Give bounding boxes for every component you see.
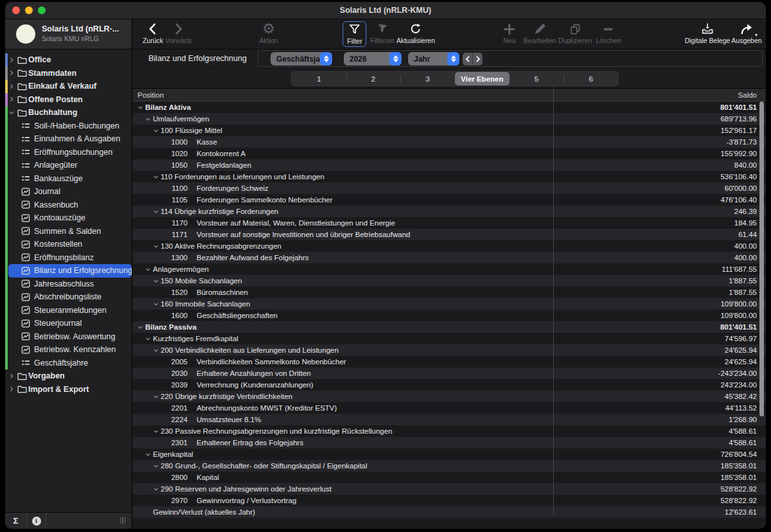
sidebar-item-einkauf-verkauf[interactable]: Einkauf & Verkauf: [5, 80, 132, 93]
table-row[interactable]: 2800Kapital185'358.01: [132, 472, 766, 483]
sidebar-item-import-export[interactable]: Import & Export: [5, 383, 132, 396]
table-row[interactable]: 1300Bezahlter Aufwand des Folgejahrs400.…: [132, 252, 766, 263]
toolbar-bearbeiten-button[interactable]: Bearbeiten: [524, 22, 556, 44]
sidebar-item-kassenbuch[interactable]: Kassenbuch: [5, 199, 132, 212]
row-collapse-icon[interactable]: [137, 324, 144, 330]
table-row[interactable]: 220 Übrige kurzfristige Verbindlichkeite…: [132, 391, 766, 402]
table-row[interactable]: 280 Grund-, Gesellschafter- oder Stiftun…: [132, 460, 766, 472]
toolbar-aktion-button[interactable]: ⚙Aktion: [259, 22, 278, 44]
row-collapse-icon[interactable]: [145, 116, 152, 122]
sidebar-item-kostenstellen[interactable]: Kostenstellen: [5, 238, 132, 251]
table-row[interactable]: Kurzfristiges Fremdkapital74'596.97: [132, 333, 766, 344]
sidebar-item-einnahmen-ausgaben[interactable]: Einnahmen & Ausgaben: [5, 132, 132, 146]
dropdown-2026[interactable]: 2026: [344, 52, 402, 66]
chevron-right-icon[interactable]: [8, 373, 15, 380]
level-option-vier-ebenen[interactable]: Vier Ebenen: [455, 72, 510, 85]
sidebar-item-steuerjournal[interactable]: Steuerjournal: [5, 317, 132, 330]
sidebar-item-journal[interactable]: Journal: [5, 185, 132, 199]
info-button[interactable]: i: [27, 513, 46, 529]
table-row[interactable]: 2005Verbindlichkeiten Sammelkonto Nebenb…: [132, 356, 766, 368]
row-collapse-icon[interactable]: [153, 463, 159, 469]
table-row[interactable]: Bilanz Aktiva801'401.51: [132, 102, 766, 113]
row-collapse-icon[interactable]: [153, 128, 159, 134]
table-row[interactable]: 114 Übrige kurzfristige Forderungen246.3…: [132, 206, 766, 217]
row-collapse-icon[interactable]: [145, 336, 152, 342]
column-saldo[interactable]: Saldo: [738, 91, 766, 99]
table-row[interactable]: 1171Vorsteuer auf sonstige Investitionen…: [132, 229, 766, 240]
sidebar-item-betriebsw-auswertung[interactable]: Betriebsw. Auswertung: [5, 330, 132, 344]
table-row[interactable]: 100 Flüssige Mittel152'961.17: [132, 125, 766, 136]
toolbar-filterset-button[interactable]: Filterset: [370, 22, 394, 44]
toolbar-aktualisieren-button[interactable]: Aktualisieren: [396, 22, 435, 44]
table-row[interactable]: 2301Erhaltener Ertrag des Folgejahrs4'58…: [132, 437, 766, 448]
table-row[interactable]: 2030Erhaltene Anzahlungen von Dritten-24…: [132, 368, 766, 379]
level-option-6[interactable]: 6: [563, 72, 618, 85]
table-row[interactable]: Anlagevermögen111'687.55: [132, 263, 766, 275]
row-collapse-icon[interactable]: [145, 267, 152, 272]
table-row[interactable]: 1000Kasse-3'871.73: [132, 136, 766, 148]
row-collapse-icon[interactable]: [153, 394, 159, 400]
sidebar-item-bilanz-und-erfolgsrechnung[interactable]: Bilanz und Erfolgsrechnung: [5, 264, 132, 278]
sidebar-item-vorgaben[interactable]: Vorgaben: [5, 369, 132, 383]
row-collapse-icon[interactable]: [153, 244, 159, 249]
chevron-right-icon[interactable]: [8, 57, 15, 64]
sidebar-item-offene-posten[interactable]: Offene Posten: [5, 93, 132, 107]
dropdown-jahr[interactable]: Jahr: [408, 52, 459, 66]
table-row[interactable]: 230 Passive Rechnungsabgrenzungen und ku…: [132, 425, 766, 437]
column-position[interactable]: Position: [132, 91, 164, 99]
level-option-2[interactable]: 2: [346, 72, 401, 85]
toolbar-ausgeben-button[interactable]: ▼Ausgeben: [731, 22, 761, 44]
table-row[interactable]: 2970Gewinnvortrag / Verlustvortrag528'82…: [132, 495, 766, 506]
toolbar-vorw-rts-button[interactable]: Vorwärts: [166, 22, 192, 44]
table-row[interactable]: Eigenkapital726'804.54: [132, 448, 766, 460]
chevron-right-icon[interactable]: [8, 69, 15, 76]
sidebar-item-er-ffnungsbilanz[interactable]: Eröffnungsbilanz: [5, 251, 132, 265]
toolbar-l-schen-button[interactable]: Löschen: [596, 22, 621, 44]
toolbar-neu-button[interactable]: Neu: [503, 22, 515, 44]
toolbar-zur-ck-button[interactable]: Zurück: [143, 22, 163, 44]
sidebar-item-summen-salden[interactable]: Summen & Salden: [5, 225, 132, 238]
row-collapse-icon[interactable]: [153, 209, 159, 215]
table-row[interactable]: 2201Abrechnungskonto MWST (Kreditor ESTV…: [132, 402, 766, 414]
level-option-5[interactable]: 5: [510, 72, 564, 85]
toolbar-duplizieren-button[interactable]: Duplizieren: [558, 22, 592, 44]
row-collapse-icon[interactable]: [145, 452, 152, 457]
table-row[interactable]: 1050Festgeldanlagen840.00: [132, 159, 766, 171]
sidebar-item-soll-haben-buchungen[interactable]: Soll-/Haben-Buchungen: [5, 120, 132, 133]
chevron-down-icon[interactable]: [8, 109, 15, 116]
row-collapse-icon[interactable]: [153, 278, 159, 284]
vertical-scrollbar[interactable]: [759, 102, 764, 416]
period-forward-button[interactable]: [473, 53, 483, 66]
table-row[interactable]: 1105Forderungen Sammelkonto Nebenbücher4…: [132, 194, 766, 206]
dropdown-gesch-ftsjahr[interactable]: Geschäftsjahr: [270, 52, 332, 66]
sidebar-item-abschreibungsliste[interactable]: Abschreibungsliste: [5, 290, 132, 304]
row-collapse-icon[interactable]: [153, 429, 159, 434]
table-row[interactable]: 200 Verbindlichkeiten aus Lieferungen un…: [132, 344, 766, 356]
row-collapse-icon[interactable]: [153, 486, 159, 492]
sidebar-item-buchhaltung[interactable]: Buchhaltung: [5, 106, 132, 120]
table-row[interactable]: 160 Immobile Sachanlagen109'800.00: [132, 298, 766, 310]
sidebar-item-gesch-ftsjahre[interactable]: Geschäftsjahre: [5, 357, 132, 370]
table-row[interactable]: 1100Forderungen Schweiz60'000.00: [132, 182, 766, 194]
company-header[interactable]: Solaris Ltd (nRLR-... Solaris KMU nRLG: [5, 19, 132, 49]
table-row[interactable]: 290 Reserven und Jahresgewinn oder Jahre…: [132, 483, 766, 495]
table-row[interactable]: 2039Verrechnung (Kundenanzahlungen)243'2…: [132, 379, 766, 391]
sidebar-item-office[interactable]: Office: [5, 53, 132, 67]
row-collapse-icon[interactable]: [153, 301, 159, 307]
row-collapse-icon[interactable]: [153, 348, 159, 353]
row-collapse-icon[interactable]: [153, 174, 159, 180]
sidebar-item-bankausz-ge[interactable]: Bankauszüge: [5, 172, 132, 186]
table-row[interactable]: 1170Vorsteuer auf Material, Waren, Diens…: [132, 217, 766, 229]
table-row[interactable]: 150 Mobile Sachanlagen1'887.55: [132, 275, 766, 287]
sidebar-item-kontoausz-ge[interactable]: Kontoauszüge: [5, 211, 132, 225]
table-row[interactable]: Bilanz Passiva801'401.51: [132, 321, 766, 333]
resize-grip[interactable]: [120, 517, 126, 524]
table-row[interactable]: 2224Umsatzsteuer 8.1%1'268.90: [132, 414, 766, 425]
table-row[interactable]: 1020Kontokorrent A155'992.90: [132, 148, 766, 159]
table-row[interactable]: 1600Geschäftsliegenschaften109'800.00: [132, 310, 766, 321]
sidebar-item-steueranmeldungen[interactable]: Steueranmeldungen: [5, 304, 132, 317]
sidebar-item-er-ffnungsbuchungen[interactable]: Eröffnungsbuchungen: [5, 146, 132, 159]
toolbar-digitale-belege-button[interactable]: Digitale Belege: [685, 22, 731, 44]
chevron-right-icon[interactable]: [8, 386, 15, 393]
sidebar-item-stammdaten[interactable]: Stammdaten: [5, 67, 132, 80]
